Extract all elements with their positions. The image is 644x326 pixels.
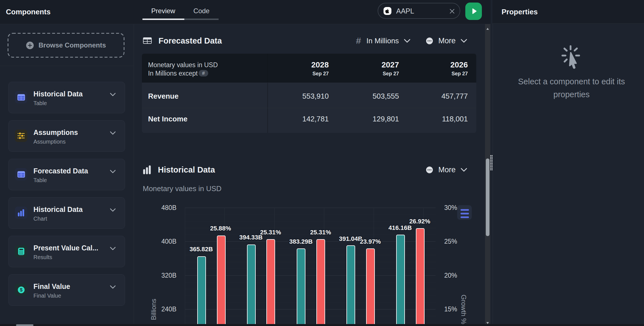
svg-text:$: $	[20, 287, 22, 293]
